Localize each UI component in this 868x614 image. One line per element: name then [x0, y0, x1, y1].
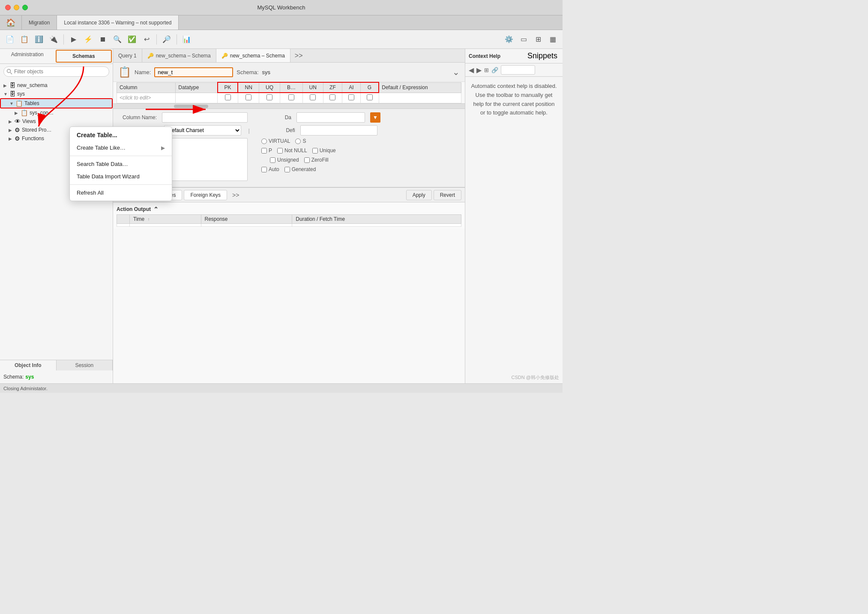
unsigned-checkbox[interactable] — [270, 157, 275, 163]
default-field[interactable] — [300, 125, 377, 135]
tb-execute-current[interactable]: ⚡ — [82, 33, 95, 45]
col-pk-cell[interactable] — [218, 93, 238, 103]
checkbox-generated[interactable]: Generated — [284, 166, 316, 172]
snippets-title[interactable]: Snippets — [526, 51, 559, 60]
nn-checkbox[interactable] — [245, 94, 251, 100]
col-dt-cell[interactable] — [176, 93, 218, 103]
checkbox-not-null[interactable]: Not NULL — [277, 147, 307, 154]
un-checkbox[interactable] — [310, 94, 316, 100]
col-un-cell[interactable] — [302, 93, 323, 103]
ch-forward-btn[interactable]: ▶ — [476, 66, 482, 74]
scroll-track[interactable] — [113, 103, 465, 108]
not-null-checkbox[interactable] — [277, 148, 283, 154]
bottom-tabs-more[interactable]: >> — [229, 192, 242, 199]
conn-tab-schema2[interactable]: 🔑 new_schema – Schema — [216, 49, 290, 62]
tab-session[interactable]: Session — [57, 360, 113, 370]
radio-virtual-input[interactable] — [261, 138, 267, 144]
tb-sql-new[interactable]: 📄 — [3, 33, 16, 45]
conn-tab-schema1[interactable]: 🔑 new_schema – Schema — [142, 49, 216, 62]
uq-checkbox[interactable] — [266, 94, 272, 100]
tree-item-sys-con[interactable]: ▶ 📋 sys_con… — [0, 108, 113, 117]
tb-sql-open[interactable]: 📋 — [18, 33, 31, 45]
tree-item-new-schema[interactable]: ▶ 🗄 new_schema — [0, 81, 113, 90]
cm-item-search-table-data[interactable]: Search Table Data… — [70, 158, 172, 170]
zerofill-checkbox[interactable] — [304, 157, 310, 163]
g-checkbox[interactable] — [367, 94, 373, 100]
radio-s-input[interactable] — [295, 138, 301, 144]
col-b-cell[interactable] — [280, 93, 302, 103]
tab-foreign-keys[interactable]: Foreign Keys — [184, 190, 227, 200]
checkbox-zerofill[interactable]: ZeroFill — [304, 157, 329, 163]
comments-field[interactable] — [162, 138, 248, 181]
tb-commit[interactable]: ✅ — [126, 33, 138, 45]
ch-icon-1[interactable]: ⊞ — [484, 67, 489, 73]
tab-local-instance[interactable]: Local instance 3306 – Warning – not supp… — [57, 15, 179, 30]
sort-icon[interactable]: ↑ — [148, 217, 150, 222]
revert-button[interactable]: Revert — [434, 190, 461, 200]
tb-reconnect[interactable]: 🔌 — [47, 33, 60, 45]
pk-checkbox[interactable] — [225, 94, 231, 100]
tb-layout-2[interactable]: ⊞ — [532, 33, 545, 45]
checkbox-p[interactable]: P — [261, 147, 272, 154]
tb-layout-3[interactable]: ▦ — [546, 33, 559, 45]
tree-item-sys[interactable]: ▼ 🗄 sys — [0, 90, 113, 98]
datatype-dropdown-btn[interactable]: ▼ — [370, 112, 380, 123]
minimize-button[interactable] — [14, 5, 19, 10]
charset-select[interactable]: Default Charset — [164, 125, 241, 135]
te-name-input[interactable] — [154, 67, 233, 77]
ao-collapse[interactable]: ⌃ — [153, 206, 159, 213]
cm-item-refresh-all[interactable]: Refresh All — [70, 187, 172, 199]
auto-checkbox[interactable] — [261, 167, 267, 172]
checkbox-unsigned[interactable]: Unsigned — [270, 157, 299, 163]
unique-checkbox[interactable] — [312, 148, 318, 154]
fullscreen-button[interactable] — [22, 5, 28, 10]
tb-layout-1[interactable]: ▭ — [517, 33, 530, 45]
col-zf-cell[interactable] — [323, 93, 342, 103]
col-nn-cell[interactable] — [238, 93, 259, 103]
conn-tabs-more[interactable]: >> — [290, 52, 307, 60]
p-checkbox[interactable] — [261, 148, 267, 154]
scroll-thumb[interactable] — [174, 105, 208, 108]
tb-settings[interactable]: ⚙️ — [503, 33, 515, 45]
ch-search-input[interactable] — [501, 65, 535, 75]
cm-item-create-table-like[interactable]: Create Table Like… ▶ — [70, 141, 172, 154]
filter-input[interactable] — [3, 66, 109, 77]
tab-migration[interactable]: Migration — [22, 15, 57, 30]
apply-button[interactable]: Apply — [406, 190, 432, 200]
tb-rollback[interactable]: ↩ — [140, 33, 153, 45]
radio-s[interactable]: S — [295, 138, 306, 144]
close-button[interactable] — [5, 5, 11, 10]
zf-checkbox[interactable] — [329, 94, 335, 100]
sidebar-tab-administration[interactable]: Administration — [0, 49, 55, 63]
checkbox-unique[interactable]: Unique — [312, 147, 336, 154]
col-default-cell[interactable] — [379, 93, 461, 103]
tb-query[interactable]: 🔎 — [160, 33, 173, 45]
col-uq-cell[interactable] — [259, 93, 280, 103]
tb-schema[interactable]: 📊 — [180, 33, 193, 45]
radio-virtual[interactable]: VIRTUAL — [261, 138, 290, 144]
sidebar-tab-schemas[interactable]: Schemas — [56, 50, 112, 63]
col-ai-cell[interactable] — [342, 93, 360, 103]
ai-checkbox[interactable] — [348, 94, 354, 100]
tb-debug[interactable]: 🔍 — [111, 33, 124, 45]
tab-home[interactable]: 🏠 — [0, 15, 22, 30]
tree-item-tables[interactable]: ▼ 📋 Tables — [0, 98, 113, 108]
col-name-cell[interactable]: <click to edit> — [117, 93, 176, 103]
tab-object-info[interactable]: Object Info — [0, 360, 57, 370]
checkbox-auto[interactable]: Auto — [261, 166, 279, 172]
tree-item-views[interactable]: ▶ 👁 Views — [0, 117, 113, 126]
tb-stop[interactable]: ⏹ — [96, 33, 109, 45]
ch-icon-2[interactable]: 🔗 — [491, 67, 498, 73]
datatype-field[interactable] — [296, 112, 365, 123]
cm-item-create-table[interactable]: Create Table... — [70, 129, 172, 141]
col-g-cell[interactable] — [360, 93, 379, 103]
te-more-btn[interactable]: ⌄ — [452, 67, 460, 77]
tb-info[interactable]: ℹ️ — [33, 33, 45, 45]
conn-tab-query1[interactable]: Query 1 — [113, 49, 142, 62]
col-name-field[interactable] — [162, 112, 248, 123]
generated-checkbox[interactable] — [284, 167, 290, 172]
cm-item-table-data-import[interactable]: Table Data Import Wizard — [70, 170, 172, 183]
tb-execute[interactable]: ▶ — [67, 33, 80, 45]
ch-back-btn[interactable]: ◀ — [469, 66, 474, 74]
b-checkbox[interactable] — [288, 94, 294, 100]
